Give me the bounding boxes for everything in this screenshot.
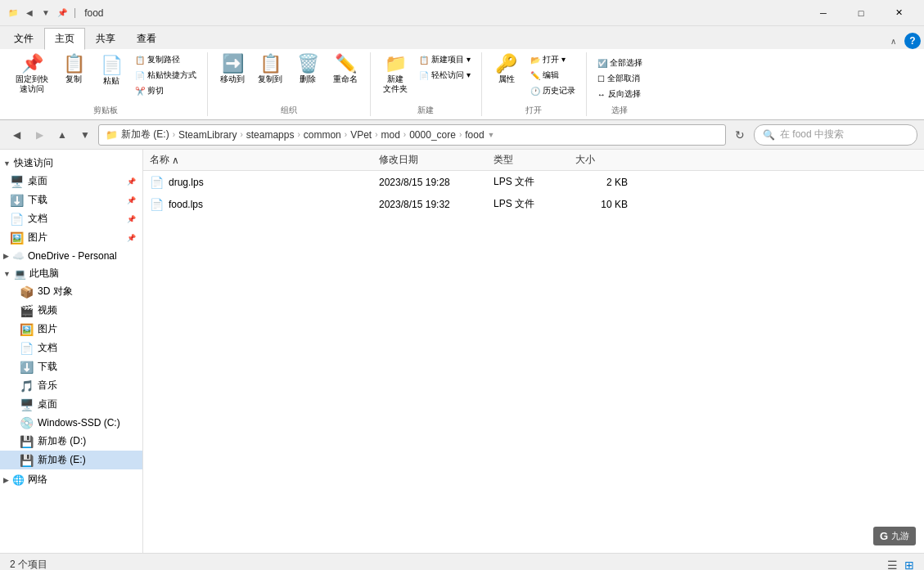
easy-access-button[interactable]: 📄 轻松访问 ▾ — [415, 68, 475, 83]
nav-up-icon[interactable]: ▼ — [39, 7, 52, 20]
refresh-button[interactable]: ↻ — [729, 124, 750, 146]
sidebar-item-pictures-pc[interactable]: 🖼️ 图片 — [0, 320, 142, 339]
view-controls: ☰ ⊞ — [887, 559, 914, 571]
drive-e-icon: 💾 — [20, 454, 34, 467]
pin-icon: 📌 — [21, 55, 43, 73]
expand-icon: ▶ — [3, 252, 9, 260]
quick-access-icon[interactable]: ◀ — [23, 7, 36, 20]
tab-share[interactable]: 共享 — [85, 28, 126, 49]
copy-path-label: 复制路径 — [147, 54, 180, 65]
quick-access-label: 快速访问 — [14, 156, 53, 170]
search-box[interactable]: 🔍 在 food 中搜索 — [754, 124, 917, 146]
organize-group-label: 组织 — [214, 101, 363, 116]
title-bar: 📁 ◀ ▼ 📌 | food ─ □ ✕ — [0, 0, 924, 26]
cut-button[interactable]: ✂️ 剪切 — [131, 83, 201, 98]
address-part-steamapps[interactable]: steamapps — [246, 129, 295, 141]
table-row[interactable]: 📄 food.lps 2023/8/15 19:32 LPS 文件 10 KB — [143, 193, 924, 215]
onedrive-header[interactable]: ▶ ☁️ OneDrive - Personal — [0, 247, 142, 263]
address-part-0000core[interactable]: 0000_core — [409, 129, 456, 141]
back-button[interactable]: ◀ — [7, 125, 26, 145]
expand-icon: ▼ — [3, 270, 11, 278]
sidebar-item-desktop-label: 桌面 — [28, 174, 47, 188]
details-view-icon[interactable]: ⊞ — [904, 559, 914, 571]
sidebar-item-downloads[interactable]: ⬇️ 下载 📌 — [0, 191, 142, 209]
ribbon-group-new: 📁 新建文件夹 📋 新建项目 ▾ 📄 轻松访问 ▾ 新建 — [374, 52, 482, 116]
history-button[interactable]: 🕐 历史记录 — [526, 83, 579, 98]
forward-button[interactable]: ▶ — [29, 125, 49, 145]
clipboard-buttons: 📌 固定到快速访问 📋 复制 📄 粘贴 📋 复制路径 📄 — [10, 52, 201, 101]
sidebar-item-desktop[interactable]: 🖥️ 桌面 📌 — [0, 172, 142, 191]
list-view-icon[interactable]: ☰ — [887, 559, 898, 571]
address-part-common[interactable]: common — [304, 129, 341, 141]
close-button[interactable]: ✕ — [880, 0, 917, 26]
paste-shortcut-button[interactable]: 📄 粘贴快捷方式 — [131, 68, 201, 83]
sidebar-item-windows-ssd[interactable]: 💿 Windows-SSD (C:) — [0, 414, 142, 432]
title-bar-title: food — [84, 7, 805, 19]
tab-view[interactable]: 查看 — [126, 28, 167, 49]
sidebar-item-downloads-pc[interactable]: ⬇️ 下载 — [0, 357, 142, 376]
paste-button[interactable]: 📄 粘贴 — [93, 54, 129, 96]
maximize-button[interactable]: □ — [842, 0, 880, 26]
sidebar-item-pictures[interactable]: 🖼️ 图片 📌 — [0, 228, 142, 247]
sidebar-item-desktop-pc[interactable]: 🖥️ 桌面 — [0, 395, 142, 414]
sidebar-item-music[interactable]: 🎵 音乐 — [0, 376, 142, 395]
address-part-drive[interactable]: 新加卷 (E:) — [121, 128, 169, 141]
sidebar-item-drive-d[interactable]: 💾 新加卷 (D:) — [0, 432, 142, 451]
invert-selection-button[interactable]: ↔️ 反向选择 — [593, 87, 647, 101]
delete-button[interactable]: 🗑️ 删除 — [290, 52, 326, 95]
ribbon-collapse-icon[interactable]: ∧ — [886, 35, 901, 47]
select-all-button[interactable]: ☑️ 全部选择 — [593, 56, 647, 70]
address-box[interactable]: 📁 新加卷 (E:) › SteamLibrary › steamapps › … — [98, 124, 726, 146]
copy-to-button[interactable]: 📋 复制到 — [252, 52, 288, 95]
tab-home[interactable]: 主页 — [44, 28, 85, 50]
edit-button[interactable]: ✏️ 编辑 — [526, 68, 579, 83]
recent-button[interactable]: ▼ — [75, 125, 95, 145]
col-header-type[interactable]: 类型 — [487, 150, 569, 170]
col-header-date[interactable]: 修改日期 — [372, 150, 487, 170]
up-button[interactable]: ▲ — [52, 125, 72, 145]
watermark-logo: G — [880, 530, 888, 542]
open-button[interactable]: 📂 打开 ▾ — [526, 52, 579, 67]
sidebar-item-3d[interactable]: 📦 3D 对象 — [0, 282, 142, 301]
expand-icon: ▶ — [3, 476, 9, 484]
minimize-button[interactable]: ─ — [805, 0, 842, 26]
open-icon: 📂 — [530, 56, 540, 65]
onedrive-icon: ☁️ — [12, 250, 25, 262]
network-header[interactable]: ▶ 🌐 网络 — [0, 469, 142, 488]
sidebar-item-documents[interactable]: 📄 文档 📌 — [0, 209, 142, 228]
sidebar-item-desktop-pc-label: 桌面 — [38, 397, 57, 411]
address-part-mod[interactable]: mod — [381, 129, 400, 141]
address-part-steamlibrary[interactable]: SteamLibrary — [178, 129, 237, 141]
sidebar-item-documents-pc[interactable]: 📄 文档 — [0, 339, 142, 357]
address-part-food[interactable]: food — [465, 129, 484, 141]
select-col: ☑️ 全部选择 ☐ 全部取消 ↔️ 反向选择 — [593, 52, 647, 101]
pin-icon[interactable]: 📌 — [56, 7, 69, 20]
network-icon: 🌐 — [12, 474, 25, 486]
rename-button[interactable]: ✏️ 重命名 — [327, 52, 363, 95]
col-header-size[interactable]: 大小 — [569, 150, 634, 170]
new-item-button[interactable]: 📋 新建项目 ▾ — [415, 52, 475, 67]
table-row[interactable]: 📄 drug.lps 2023/8/15 19:28 LPS 文件 2 KB — [143, 171, 924, 193]
properties-button[interactable]: 🔑 属性 — [489, 52, 525, 95]
video-icon: 🎬 — [20, 304, 34, 317]
copy-path-button[interactable]: 📋 复制路径 — [131, 52, 201, 67]
pin-icon: 📌 — [127, 215, 136, 223]
move-to-button[interactable]: ➡️ 移动到 — [214, 52, 250, 95]
open-label: 打开 ▾ — [543, 54, 566, 65]
copy-button[interactable]: 📋 复制 — [56, 52, 92, 95]
help-icon[interactable]: ? — [904, 33, 921, 49]
sidebar-item-video[interactable]: 🎬 视频 — [0, 301, 142, 320]
sidebar-item-drive-e[interactable]: 💾 新加卷 (E:) — [0, 451, 142, 469]
new-folder-button[interactable]: 📁 新建文件夹 — [377, 52, 413, 95]
address-part-vpet[interactable]: VPet — [350, 129, 372, 141]
this-pc-header[interactable]: ▼ 💻 此电脑 — [0, 263, 142, 282]
sidebar-item-downloads-label: 下载 — [28, 193, 47, 207]
new-group-label: 新建 — [377, 101, 475, 116]
deselect-all-button[interactable]: ☐ 全部取消 — [593, 71, 647, 86]
tab-file[interactable]: 文件 — [3, 28, 44, 49]
quick-access-header[interactable]: ▼ 快速访问 — [0, 153, 142, 172]
file-rows-container: 📄 drug.lps 2023/8/15 19:28 LPS 文件 2 KB 📄… — [143, 171, 924, 215]
col-header-name[interactable]: 名称 ∧ — [143, 150, 372, 170]
new-folder-icon: 📁 — [385, 55, 407, 73]
pin-quick-access-button[interactable]: 📌 固定到快速访问 — [10, 52, 54, 95]
